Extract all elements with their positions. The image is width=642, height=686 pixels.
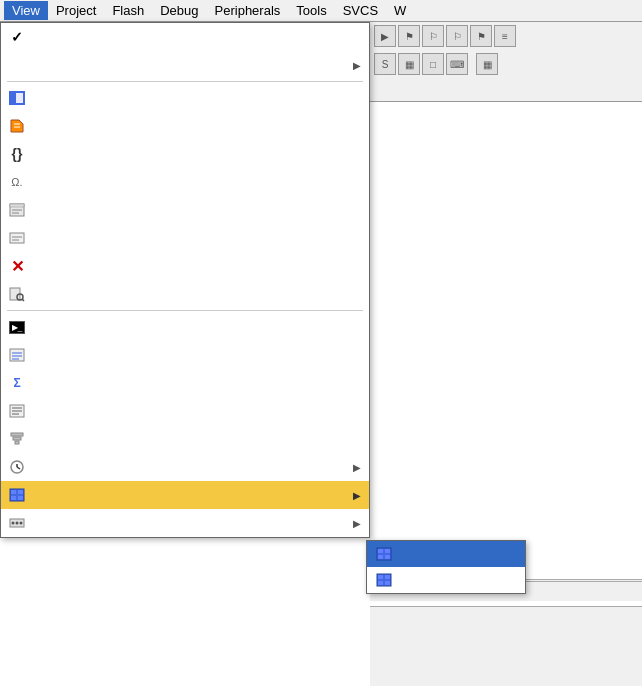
submenu-memory-2[interactable] [367, 567, 525, 593]
svg-rect-31 [18, 496, 23, 500]
code-line-4 [374, 106, 638, 124]
svg-rect-42 [378, 575, 383, 579]
menubar-w[interactable]: W [386, 1, 414, 20]
menubar-debug[interactable]: Debug [152, 1, 206, 20]
svg-point-33 [12, 522, 15, 525]
menu-item-functions-window[interactable]: {} [1, 140, 369, 168]
templates-window-icon: Ω. [7, 172, 27, 192]
toolbars-icon [7, 55, 27, 75]
source-browser-icon [7, 200, 27, 220]
memory-windows-icon [7, 485, 27, 505]
registers-icon [7, 401, 27, 421]
menu-item-symbols[interactable]: Σ [1, 369, 369, 397]
memory-1-icon [375, 545, 393, 563]
menubar: View Project Flash Debug Peripherals Too… [0, 0, 642, 22]
tb-btn-grid[interactable]: ▦ [398, 53, 420, 75]
svg-rect-39 [378, 555, 383, 559]
code-line-6 [374, 124, 638, 142]
menu-item-build-output[interactable] [1, 224, 369, 252]
svg-marker-0 [11, 120, 23, 132]
call-stack-icon [7, 429, 27, 449]
find-files-icon [7, 284, 27, 304]
menu-item-call-stack[interactable] [1, 425, 369, 453]
menu-item-registers[interactable] [1, 397, 369, 425]
tb-btn-flag4[interactable]: ⚑ [470, 25, 492, 47]
toolbar-row-2: S ▦ □ ⌨ ▦ [370, 50, 642, 78]
memory-2-icon [375, 571, 393, 589]
build-output-icon [7, 228, 27, 248]
toolbar-row-1: ▶ ⚑ ⚐ ⚐ ⚑ ≡ [370, 22, 642, 50]
watch-arrow: ▶ [353, 462, 361, 473]
svg-rect-4 [10, 204, 24, 207]
menu-item-toolbars[interactable]: ▶ [1, 51, 369, 79]
svg-rect-45 [385, 581, 390, 585]
menubar-tools[interactable]: Tools [288, 1, 334, 20]
memory-submenu [366, 540, 526, 594]
svg-rect-28 [11, 490, 16, 494]
svg-rect-7 [10, 233, 24, 243]
project-window-icon [7, 88, 27, 108]
menu-item-project-window[interactable] [1, 84, 369, 112]
menu-item-templates-window[interactable]: Ω. [1, 168, 369, 196]
menubar-flash[interactable]: Flash [104, 1, 152, 20]
svg-rect-23 [15, 441, 19, 444]
svg-rect-29 [18, 490, 23, 494]
books-window-icon [7, 116, 27, 136]
svg-rect-44 [378, 581, 383, 585]
tb-btn-s[interactable]: S [374, 53, 396, 75]
symbols-icon: Σ [7, 373, 27, 393]
error-list-icon: ✕ [7, 256, 27, 276]
menubar-view[interactable]: View [4, 1, 48, 20]
memory-arrow: ▶ [353, 490, 361, 501]
svg-rect-37 [378, 549, 383, 553]
tb-btn-flag[interactable]: ⚑ [398, 25, 420, 47]
menu-item-serial-windows[interactable]: ▶ [1, 509, 369, 537]
svg-rect-38 [385, 549, 390, 553]
menu-item-disassembly[interactable] [1, 341, 369, 369]
menu-item-command-window[interactable]: ▶_ [1, 313, 369, 341]
menubar-peripherals[interactable]: Peripherals [207, 1, 289, 20]
functions-window-icon: {} [7, 144, 27, 164]
svg-rect-43 [385, 575, 390, 579]
svg-rect-19 [12, 410, 22, 412]
menu-item-find-files[interactable] [1, 280, 369, 308]
serial-windows-icon [7, 513, 27, 533]
menu-item-source-browser[interactable] [1, 196, 369, 224]
svg-rect-20 [12, 413, 19, 415]
disassembly-icon [7, 345, 27, 365]
svg-rect-22 [13, 437, 21, 440]
tb-btn-lines[interactable]: ≡ [494, 25, 516, 47]
tb-btn-flag3[interactable]: ⚐ [446, 25, 468, 47]
menu-item-books-window[interactable] [1, 112, 369, 140]
toolbars-arrow: ▶ [353, 60, 361, 71]
svg-rect-40 [385, 555, 390, 559]
menu-item-status-bar[interactable]: ✓ [1, 23, 369, 51]
svg-point-35 [20, 522, 23, 525]
svg-line-12 [22, 299, 24, 301]
submenu-memory-1[interactable] [367, 541, 525, 567]
svg-line-26 [17, 467, 20, 469]
svg-rect-18 [12, 407, 22, 409]
tb-btn-box1[interactable]: □ [422, 53, 444, 75]
separator-1 [7, 81, 363, 82]
svg-point-34 [16, 522, 19, 525]
tb-btn-flag2[interactable]: ⚐ [422, 25, 444, 47]
tb-btn-arrow[interactable]: ▶ [374, 25, 396, 47]
tb-btn-grid2[interactable]: ▦ [476, 53, 498, 75]
tb-btn-kbd[interactable]: ⌨ [446, 53, 468, 75]
menubar-project[interactable]: Project [48, 1, 104, 20]
separator-2 [7, 310, 363, 311]
toolbar-strip: ▶ ⚑ ⚐ ⚐ ⚑ ≡ S ▦ □ ⌨ ▦ [370, 22, 642, 102]
view-dropdown: ✓ ▶ {} Ω. [0, 22, 370, 538]
menubar-svcs[interactable]: SVCS [335, 1, 386, 20]
menu-item-memory-windows[interactable]: ▶ [1, 481, 369, 509]
serial-arrow: ▶ [353, 518, 361, 529]
checkmark-icon: ✓ [7, 27, 27, 47]
svg-rect-30 [11, 496, 16, 500]
watch-windows-icon [7, 457, 27, 477]
menu-item-watch-windows[interactable]: ▶ [1, 453, 369, 481]
svg-rect-21 [11, 433, 23, 436]
menu-item-error-list[interactable]: ✕ [1, 252, 369, 280]
command-window-icon: ▶_ [7, 317, 27, 337]
bottom-panel [370, 606, 642, 686]
